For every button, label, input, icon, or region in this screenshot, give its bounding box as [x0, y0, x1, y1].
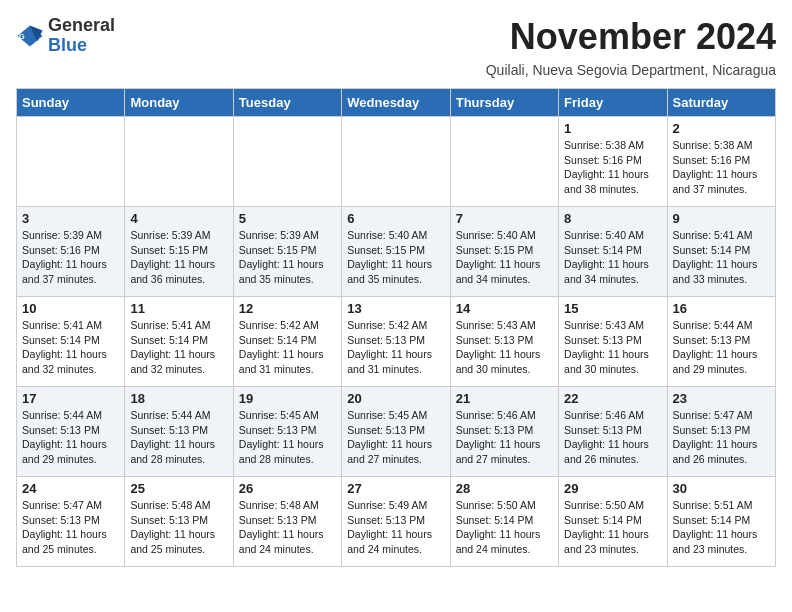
calendar-cell: 30Sunrise: 5:51 AM Sunset: 5:14 PM Dayli…	[667, 477, 775, 567]
day-info: Sunrise: 5:39 AM Sunset: 5:15 PM Dayligh…	[130, 228, 227, 287]
day-number: 20	[347, 391, 444, 406]
day-number: 26	[239, 481, 336, 496]
day-number: 2	[673, 121, 770, 136]
logo-text: General Blue	[48, 16, 115, 56]
day-info: Sunrise: 5:43 AM Sunset: 5:13 PM Dayligh…	[564, 318, 661, 377]
column-header-friday: Friday	[559, 89, 667, 117]
calendar-cell	[450, 117, 558, 207]
day-info: Sunrise: 5:44 AM Sunset: 5:13 PM Dayligh…	[673, 318, 770, 377]
calendar-table: SundayMondayTuesdayWednesdayThursdayFrid…	[16, 88, 776, 567]
calendar-cell: 26Sunrise: 5:48 AM Sunset: 5:13 PM Dayli…	[233, 477, 341, 567]
calendar-cell: 20Sunrise: 5:45 AM Sunset: 5:13 PM Dayli…	[342, 387, 450, 477]
day-info: Sunrise: 5:40 AM Sunset: 5:14 PM Dayligh…	[564, 228, 661, 287]
calendar-cell	[17, 117, 125, 207]
day-info: Sunrise: 5:43 AM Sunset: 5:13 PM Dayligh…	[456, 318, 553, 377]
column-header-sunday: Sunday	[17, 89, 125, 117]
calendar-cell: 15Sunrise: 5:43 AM Sunset: 5:13 PM Dayli…	[559, 297, 667, 387]
day-number: 13	[347, 301, 444, 316]
calendar-cell: 24Sunrise: 5:47 AM Sunset: 5:13 PM Dayli…	[17, 477, 125, 567]
day-number: 18	[130, 391, 227, 406]
day-number: 11	[130, 301, 227, 316]
day-number: 22	[564, 391, 661, 406]
page-header: G General Blue November 2024	[16, 16, 776, 58]
calendar-cell: 10Sunrise: 5:41 AM Sunset: 5:14 PM Dayli…	[17, 297, 125, 387]
day-number: 30	[673, 481, 770, 496]
day-info: Sunrise: 5:46 AM Sunset: 5:13 PM Dayligh…	[564, 408, 661, 467]
day-number: 19	[239, 391, 336, 406]
calendar-cell: 7Sunrise: 5:40 AM Sunset: 5:15 PM Daylig…	[450, 207, 558, 297]
calendar-cell: 6Sunrise: 5:40 AM Sunset: 5:15 PM Daylig…	[342, 207, 450, 297]
day-info: Sunrise: 5:44 AM Sunset: 5:13 PM Dayligh…	[22, 408, 119, 467]
day-info: Sunrise: 5:40 AM Sunset: 5:15 PM Dayligh…	[347, 228, 444, 287]
day-number: 25	[130, 481, 227, 496]
day-number: 17	[22, 391, 119, 406]
calendar-cell: 14Sunrise: 5:43 AM Sunset: 5:13 PM Dayli…	[450, 297, 558, 387]
day-info: Sunrise: 5:39 AM Sunset: 5:16 PM Dayligh…	[22, 228, 119, 287]
column-header-thursday: Thursday	[450, 89, 558, 117]
day-number: 21	[456, 391, 553, 406]
day-number: 24	[22, 481, 119, 496]
day-number: 15	[564, 301, 661, 316]
day-number: 9	[673, 211, 770, 226]
day-info: Sunrise: 5:47 AM Sunset: 5:13 PM Dayligh…	[22, 498, 119, 557]
day-info: Sunrise: 5:41 AM Sunset: 5:14 PM Dayligh…	[673, 228, 770, 287]
day-number: 12	[239, 301, 336, 316]
day-info: Sunrise: 5:48 AM Sunset: 5:13 PM Dayligh…	[130, 498, 227, 557]
logo: G General Blue	[16, 16, 115, 56]
day-number: 14	[456, 301, 553, 316]
day-info: Sunrise: 5:42 AM Sunset: 5:14 PM Dayligh…	[239, 318, 336, 377]
day-info: Sunrise: 5:47 AM Sunset: 5:13 PM Dayligh…	[673, 408, 770, 467]
day-info: Sunrise: 5:51 AM Sunset: 5:14 PM Dayligh…	[673, 498, 770, 557]
day-number: 27	[347, 481, 444, 496]
day-number: 23	[673, 391, 770, 406]
calendar-cell	[342, 117, 450, 207]
week-row-4: 17Sunrise: 5:44 AM Sunset: 5:13 PM Dayli…	[17, 387, 776, 477]
day-info: Sunrise: 5:44 AM Sunset: 5:13 PM Dayligh…	[130, 408, 227, 467]
day-info: Sunrise: 5:41 AM Sunset: 5:14 PM Dayligh…	[130, 318, 227, 377]
week-row-1: 1Sunrise: 5:38 AM Sunset: 5:16 PM Daylig…	[17, 117, 776, 207]
day-info: Sunrise: 5:50 AM Sunset: 5:14 PM Dayligh…	[456, 498, 553, 557]
calendar-cell: 17Sunrise: 5:44 AM Sunset: 5:13 PM Dayli…	[17, 387, 125, 477]
calendar-cell: 9Sunrise: 5:41 AM Sunset: 5:14 PM Daylig…	[667, 207, 775, 297]
day-number: 10	[22, 301, 119, 316]
calendar-cell: 18Sunrise: 5:44 AM Sunset: 5:13 PM Dayli…	[125, 387, 233, 477]
day-info: Sunrise: 5:42 AM Sunset: 5:13 PM Dayligh…	[347, 318, 444, 377]
day-number: 16	[673, 301, 770, 316]
calendar-cell: 27Sunrise: 5:49 AM Sunset: 5:13 PM Dayli…	[342, 477, 450, 567]
calendar-cell: 23Sunrise: 5:47 AM Sunset: 5:13 PM Dayli…	[667, 387, 775, 477]
calendar-cell	[233, 117, 341, 207]
logo-general: General	[48, 15, 115, 35]
logo-blue: Blue	[48, 35, 87, 55]
day-info: Sunrise: 5:50 AM Sunset: 5:14 PM Dayligh…	[564, 498, 661, 557]
day-number: 5	[239, 211, 336, 226]
calendar-cell: 13Sunrise: 5:42 AM Sunset: 5:13 PM Dayli…	[342, 297, 450, 387]
day-info: Sunrise: 5:45 AM Sunset: 5:13 PM Dayligh…	[347, 408, 444, 467]
header-row: SundayMondayTuesdayWednesdayThursdayFrid…	[17, 89, 776, 117]
calendar-cell: 19Sunrise: 5:45 AM Sunset: 5:13 PM Dayli…	[233, 387, 341, 477]
calendar-cell: 22Sunrise: 5:46 AM Sunset: 5:13 PM Dayli…	[559, 387, 667, 477]
calendar-cell: 8Sunrise: 5:40 AM Sunset: 5:14 PM Daylig…	[559, 207, 667, 297]
calendar-cell: 4Sunrise: 5:39 AM Sunset: 5:15 PM Daylig…	[125, 207, 233, 297]
day-info: Sunrise: 5:41 AM Sunset: 5:14 PM Dayligh…	[22, 318, 119, 377]
month-title: November 2024	[510, 16, 776, 58]
calendar-cell: 3Sunrise: 5:39 AM Sunset: 5:16 PM Daylig…	[17, 207, 125, 297]
calendar-cell: 28Sunrise: 5:50 AM Sunset: 5:14 PM Dayli…	[450, 477, 558, 567]
logo-icon: G	[16, 22, 44, 50]
calendar-cell	[125, 117, 233, 207]
calendar-cell: 1Sunrise: 5:38 AM Sunset: 5:16 PM Daylig…	[559, 117, 667, 207]
calendar-cell: 29Sunrise: 5:50 AM Sunset: 5:14 PM Dayli…	[559, 477, 667, 567]
day-number: 28	[456, 481, 553, 496]
day-number: 3	[22, 211, 119, 226]
day-info: Sunrise: 5:38 AM Sunset: 5:16 PM Dayligh…	[564, 138, 661, 197]
day-number: 1	[564, 121, 661, 136]
day-number: 4	[130, 211, 227, 226]
calendar-cell: 16Sunrise: 5:44 AM Sunset: 5:13 PM Dayli…	[667, 297, 775, 387]
week-row-3: 10Sunrise: 5:41 AM Sunset: 5:14 PM Dayli…	[17, 297, 776, 387]
column-header-wednesday: Wednesday	[342, 89, 450, 117]
calendar-cell: 11Sunrise: 5:41 AM Sunset: 5:14 PM Dayli…	[125, 297, 233, 387]
day-number: 6	[347, 211, 444, 226]
day-number: 8	[564, 211, 661, 226]
column-header-tuesday: Tuesday	[233, 89, 341, 117]
day-info: Sunrise: 5:39 AM Sunset: 5:15 PM Dayligh…	[239, 228, 336, 287]
subtitle: Quilali, Nueva Segovia Department, Nicar…	[16, 62, 776, 78]
